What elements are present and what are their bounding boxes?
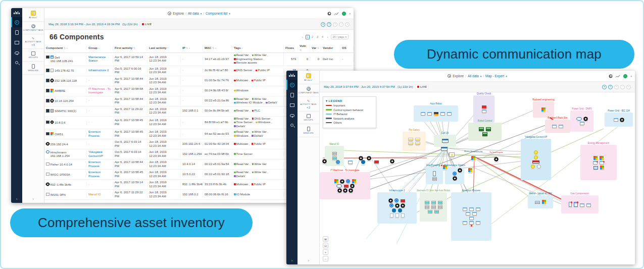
per-page-select[interactable]: 20 / page▾ [331, 34, 349, 39]
nav-item-search[interactable] [11, 58, 22, 68]
tag-chip[interactable]: Write Var , [252, 130, 268, 134]
group-link[interactable]: Yokogawa CentumVP [88, 150, 103, 157]
group-link[interactable]: Emerson Process [88, 171, 101, 178]
group-link[interactable]: Emerson Process [88, 130, 101, 137]
tag-chip[interactable]: IO Module [234, 193, 250, 197]
sensors-item[interactable]: SENSORS [298, 124, 319, 137]
nav-item-events[interactable] [286, 100, 298, 110]
breadcrumb-all-data[interactable]: All data [188, 12, 199, 15]
map-node[interactable]: Maint_Engineering [471, 153, 475, 162]
tag-chip[interactable]: Public IP [252, 183, 266, 187]
filter-icon[interactable]: ▼ [66, 47, 68, 49]
tag-chip[interactable]: Engineering Station , [234, 58, 264, 62]
skip-button[interactable]: » [626, 85, 631, 89]
map-group-energy-management[interactable]: Energy Management [580, 145, 617, 180]
tag-chip[interactable]: Multicast , [234, 183, 250, 187]
map-node[interactable] [348, 157, 353, 166]
breadcrumb-component-list[interactable]: Component list [206, 12, 227, 15]
groups-item[interactable]: GROUPS [298, 112, 319, 124]
frame-button[interactable]: ▫ [339, 22, 343, 27]
filter-icon[interactable]: ▼ [241, 47, 243, 49]
nav-item-explore[interactable] [286, 80, 298, 90]
map-node[interactable] [336, 157, 340, 166]
tag-chip[interactable]: Write Var , [252, 171, 268, 175]
filter-icon[interactable]: ▼ [214, 47, 216, 49]
expand-rail-button[interactable]: › [291, 258, 293, 263]
group-link[interactable]: IT Machines - To Investigate [88, 87, 111, 94]
column-header-os[interactable]: OS [340, 46, 354, 51]
record-button[interactable]: ● [321, 22, 325, 27]
chevron-down-icon[interactable]: ▾ [349, 12, 351, 15]
stop-button[interactable]: × [614, 85, 619, 89]
chevron-down-icon[interactable]: ▾ [229, 12, 230, 15]
tag-chip[interactable]: DeltaV [252, 134, 263, 138]
component-tags-item[interactable]: COMPONENT TAGS [298, 84, 319, 97]
tag-chip[interactable]: Multicast , [234, 79, 250, 83]
map-node[interactable] [458, 165, 462, 174]
frame-button[interactable]: ▫ [620, 85, 625, 89]
pause-button[interactable]: ‖ [327, 22, 331, 27]
hierarchy-button[interactable]: ⊞ [323, 236, 328, 242]
tag-chip[interactable]: PLC [252, 109, 260, 113]
tag-chip[interactable]: DeltaV [266, 101, 277, 105]
sensors-item[interactable]: SENSORS [22, 62, 44, 75]
nav-item-events[interactable] [11, 37, 22, 47]
tag-chip[interactable]: Time Server , [234, 121, 254, 125]
map-group-quality-check[interactable]: Quality Check [473, 95, 494, 123]
page-button-3[interactable]: 3 [316, 35, 320, 39]
map-group-infrastructure-2[interactable]: Infrastructure 2 [377, 192, 417, 224]
avatar[interactable] [342, 12, 346, 16]
all-data-item[interactable]: All data* [298, 71, 319, 84]
map-node[interactable] [449, 150, 455, 159]
column-header-first-activity[interactable]: First activity ⇅ [113, 46, 147, 51]
expand-subrail-button[interactable]: › [308, 258, 309, 263]
fit-button[interactable]: ⊡ [323, 243, 328, 248]
map-node[interactable] [390, 156, 394, 165]
nav-item-reports[interactable] [11, 27, 22, 37]
expand-rail-button[interactable]: › [16, 197, 18, 201]
page-button-1[interactable]: 1 [306, 35, 310, 39]
chevron-down-icon[interactable]: ▾ [480, 75, 482, 78]
map-node[interactable] [441, 144, 448, 153]
sort-icon[interactable]: ⇅ [300, 48, 302, 51]
tag-chip[interactable]: Public IP [252, 79, 266, 83]
group-link[interactable]: Maintenance Station [88, 56, 106, 63]
tag-chip[interactable]: Public IP [252, 142, 266, 146]
chevron-down-icon[interactable]: ▾ [630, 75, 632, 78]
nav-item-reports[interactable] [286, 90, 298, 100]
map-node[interactable] [468, 165, 472, 174]
group-link[interactable]: Emerson Process [88, 160, 101, 168]
column-header-vendor[interactable]: Vendor [321, 46, 340, 51]
column-header-var[interactable]: Var ⇅ [310, 46, 321, 51]
filter-icon[interactable]: ▼ [97, 47, 100, 49]
gear-icon[interactable] [328, 12, 331, 15]
record-button[interactable]: ● [602, 85, 607, 89]
expand-subrail-button[interactable]: › [32, 197, 34, 201]
zoom-in-button[interactable]: + [323, 249, 328, 255]
tag-chip[interactable]: DNS Server , [252, 117, 272, 121]
map-group-gas-pumping[interactable]: Gas Pumping [426, 167, 443, 184]
map-group-auto-robot[interactable]: Auto Robot [414, 105, 458, 122]
nav-item-monitor[interactable] [11, 47, 22, 58]
map-group-manuf-valves-trh[interactable]: Manuf - Valves & TRH [528, 195, 553, 208]
filter-icon[interactable]: ▼ [188, 47, 190, 49]
map-node[interactable] [443, 162, 447, 171]
chart-icon[interactable] [334, 12, 339, 16]
group-link[interactable]: Infrastructure 2 [88, 69, 109, 72]
map-group-power-grid-iec104[interactable]: Power Grid - IEC 104 [605, 113, 633, 127]
tag-chip[interactable]: Windows [234, 89, 249, 93]
column-header-flows[interactable]: Flows [284, 46, 298, 51]
groups-item[interactable]: GROUPS [22, 49, 44, 62]
tag-chip[interactable]: Remote access [234, 61, 257, 65]
breadcrumb-explore[interactable]: Explore [173, 12, 184, 15]
breadcrumb-explore[interactable]: Explore [453, 74, 464, 78]
breadcrumb-map-expert[interactable]: Map - Expert [485, 74, 504, 78]
map-node[interactable] [367, 153, 371, 162]
page-button-4[interactable]: 4 [321, 35, 325, 39]
stop-button[interactable]: × [333, 22, 337, 27]
column-header-mac[interactable]: MAC ⇅ ▼ [203, 46, 232, 51]
map-group-siemens-io[interactable]: Siemens IO from the Auto Robot [420, 192, 447, 222]
date-range[interactable]: May 29, 2018 3:37:54 PM - Jun 20, 2019 4… [324, 85, 395, 88]
tag-chip[interactable]: Read Var , [234, 130, 251, 134]
tag-chip[interactable]: Public IP [256, 69, 270, 73]
